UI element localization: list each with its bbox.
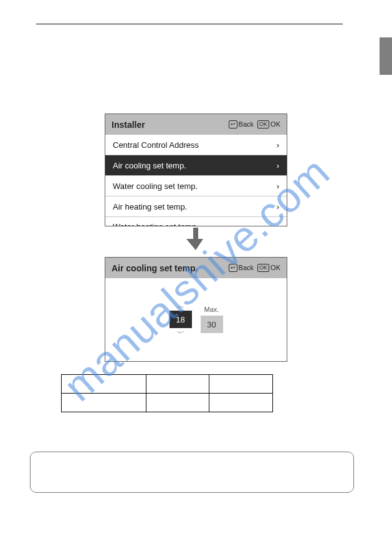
menu-item-water-cooling[interactable]: Water cooling set temp. › <box>105 176 287 196</box>
chevron-down-icon[interactable]: ﹀ <box>177 329 184 337</box>
note-box <box>30 452 354 493</box>
min-value-box[interactable]: 18 <box>170 311 192 328</box>
air-cooling-set-temp-panel: Air cooling set temp. ↩Back OKOK ︿ 18 ﹀ … <box>105 257 287 362</box>
panel-title: Air cooling set temp. <box>112 263 198 273</box>
arrow-down-icon <box>182 228 209 253</box>
horizontal-rule <box>36 24 343 24</box>
ok-button[interactable]: OKOK <box>257 264 280 273</box>
back-icon: ↩ <box>229 120 237 128</box>
reference-table <box>61 374 273 412</box>
back-button[interactable]: ↩Back <box>229 120 254 129</box>
menu-item-air-heating[interactable]: Air heating set temp. › <box>105 196 287 217</box>
panel-title: Installer <box>112 120 145 130</box>
ok-icon: OK <box>257 120 269 128</box>
max-value-column: Max. 30 <box>201 306 223 333</box>
menu-item-label: Water heating set temp. <box>113 217 199 226</box>
menu-item-central-control[interactable]: Central Control Address › <box>105 135 287 155</box>
chevron-right-icon: › <box>277 140 279 150</box>
ok-icon: OK <box>257 264 269 272</box>
table-cell <box>146 394 209 412</box>
min-value-spinner: ︿ 18 ﹀ <box>170 302 192 337</box>
menu-item-label: Water cooling set temp. <box>113 182 198 191</box>
max-label: Max. <box>204 306 219 313</box>
table-row <box>62 375 273 394</box>
menu-item-water-heating[interactable]: Water heating set temp. <box>105 217 287 226</box>
back-icon: ↩ <box>229 264 237 272</box>
back-label: Back <box>239 120 254 128</box>
header-buttons: ↩Back OKOK <box>229 120 280 129</box>
table-cell <box>62 394 146 412</box>
chevron-right-icon: › <box>277 202 279 211</box>
table-cell <box>209 375 273 394</box>
page-side-tab <box>380 37 392 75</box>
menu-item-label: Central Control Address <box>113 140 199 150</box>
chevron-right-icon: › <box>277 182 279 191</box>
header-buttons: ↩Back OKOK <box>229 264 280 273</box>
chevron-right-icon: › <box>277 161 279 170</box>
panel-header: Air cooling set temp. ↩Back OKOK <box>105 258 287 278</box>
installer-menu-panel: Installer ↩Back OKOK Central Control Add… <box>105 114 287 226</box>
menu-item-label: Air cooling set temp. <box>113 161 186 170</box>
value-selector-body: ︿ 18 ﹀ Max. 30 <box>105 278 287 361</box>
ok-button[interactable]: OKOK <box>257 120 280 129</box>
table-cell <box>146 375 209 394</box>
back-label: Back <box>239 264 254 271</box>
max-value-box[interactable]: 30 <box>201 316 223 333</box>
panel-header: Installer ↩Back OKOK <box>105 114 287 135</box>
table-cell <box>62 375 146 394</box>
table-cell <box>209 394 273 412</box>
ok-label: OK <box>270 264 280 271</box>
menu-item-air-cooling[interactable]: Air cooling set temp. › <box>105 155 287 176</box>
table-row <box>62 394 273 412</box>
menu-item-label: Air heating set temp. <box>113 202 187 211</box>
back-button[interactable]: ↩Back <box>229 264 254 273</box>
chevron-up-icon[interactable]: ︿ <box>177 302 184 309</box>
ok-label: OK <box>270 120 280 128</box>
